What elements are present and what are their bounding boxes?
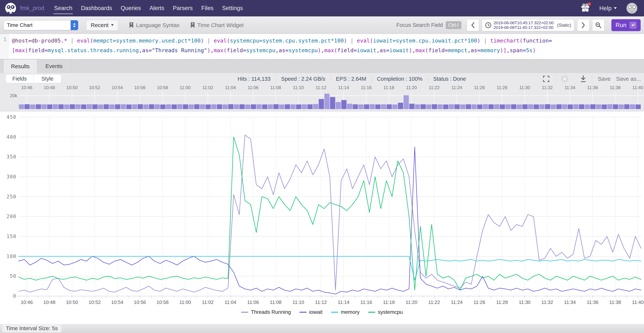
- hist-bar[interactable]: [279, 105, 284, 109]
- hist-bar[interactable]: [256, 104, 262, 109]
- hist-bar[interactable]: [342, 100, 346, 109]
- hist-bar[interactable]: [392, 104, 398, 109]
- hist-bar[interactable]: [545, 104, 550, 109]
- hist-bar[interactable]: [104, 104, 109, 109]
- hist-bar[interactable]: [87, 104, 92, 109]
- zoom-out-time-button[interactable]: [592, 19, 604, 31]
- hist-bar[interactable]: [387, 104, 392, 109]
- hist-bar[interactable]: [228, 104, 233, 109]
- hist-bar[interactable]: [596, 104, 601, 109]
- save-button[interactable]: Save: [598, 76, 610, 82]
- legend-item-systemcpu[interactable]: systemcpu: [368, 309, 403, 315]
- widget-type-select[interactable]: Time Chart: [3, 20, 78, 30]
- hist-bar[interactable]: [132, 104, 137, 109]
- timechart-svg[interactable]: 05010015020025030035040045010:4610:4810:…: [0, 112, 644, 324]
- hist-bar[interactable]: [313, 104, 318, 109]
- time-forward-button[interactable]: [577, 19, 590, 31]
- hist-bar[interactable]: [92, 104, 98, 109]
- hist-bar[interactable]: [551, 105, 556, 109]
- tab-results[interactable]: Results: [3, 59, 37, 73]
- hist-bar[interactable]: [81, 104, 86, 109]
- legend-item-memory[interactable]: memory: [331, 309, 360, 315]
- nav-item-queries[interactable]: Queries: [116, 0, 145, 17]
- hist-bar[interactable]: [472, 104, 477, 109]
- hist-bar[interactable]: [432, 104, 437, 109]
- time-chart-widget-link[interactable]: Time Chart Widget: [190, 22, 244, 28]
- hist-bar[interactable]: [319, 99, 324, 109]
- hist-bar[interactable]: [449, 104, 454, 109]
- fields-button[interactable]: Fields: [6, 74, 34, 83]
- hist-bar[interactable]: [76, 104, 81, 109]
- hist-bar[interactable]: [273, 104, 278, 109]
- user-avatar[interactable]: [626, 3, 637, 14]
- nav-item-dashboards[interactable]: Dashboards: [76, 0, 116, 17]
- hist-bar[interactable]: [160, 105, 166, 109]
- hist-bar[interactable]: [630, 104, 635, 109]
- hist-bar[interactable]: [296, 104, 301, 109]
- hist-bar[interactable]: [217, 104, 222, 109]
- query-text[interactable]: @host=db-prod05.* | eval(mempct=system.m…: [8, 34, 552, 59]
- legend-item-threads-running[interactable]: Threads Running: [241, 309, 291, 315]
- hist-bar[interactable]: [251, 104, 256, 109]
- nav-item-parsers[interactable]: Parsers: [168, 0, 197, 17]
- export-download-icon[interactable]: [580, 75, 586, 82]
- hist-bar[interactable]: [166, 104, 171, 109]
- hist-bar[interactable]: [568, 104, 573, 109]
- hist-bar[interactable]: [562, 104, 567, 109]
- hist-bar[interactable]: [590, 104, 596, 109]
- hist-bar[interactable]: [607, 104, 612, 109]
- hist-bar[interactable]: [302, 104, 307, 109]
- hist-bar[interactable]: [517, 105, 522, 109]
- time-back-button[interactable]: [467, 19, 479, 31]
- hist-bar[interactable]: [240, 104, 245, 109]
- hist-bar[interactable]: [528, 104, 533, 109]
- hist-bar[interactable]: [138, 104, 143, 109]
- hist-bar[interactable]: [41, 104, 46, 109]
- hist-bar[interactable]: [234, 104, 239, 109]
- hist-bar[interactable]: [483, 104, 488, 109]
- hist-bar[interactable]: [426, 104, 432, 109]
- hist-bar[interactable]: [262, 104, 268, 109]
- cancel-circle-icon[interactable]: [561, 75, 569, 83]
- hist-bar[interactable]: [211, 104, 216, 109]
- hist-bar[interactable]: [370, 104, 375, 109]
- hist-bar[interactable]: [420, 104, 426, 109]
- hist-bar[interactable]: [47, 104, 52, 109]
- hist-bar[interactable]: [64, 105, 69, 109]
- hist-bar[interactable]: [636, 104, 641, 109]
- hist-bar[interactable]: [500, 104, 505, 109]
- style-button[interactable]: Style: [34, 74, 62, 83]
- humio-owl-logo-icon[interactable]: [5, 3, 16, 14]
- hist-bar[interactable]: [36, 104, 41, 109]
- hist-bar[interactable]: [460, 104, 465, 109]
- timechart-plot[interactable]: 05010015020025030035040045010:4610:4810:…: [0, 112, 644, 325]
- hist-bar[interactable]: [398, 103, 403, 109]
- recent-queries-button[interactable]: Recent: [86, 20, 118, 31]
- hist-bar[interactable]: [188, 104, 194, 109]
- hist-bar[interactable]: [477, 105, 482, 109]
- hist-bar[interactable]: [143, 104, 148, 109]
- hist-bar[interactable]: [58, 104, 64, 109]
- hist-bar[interactable]: [172, 104, 177, 109]
- hist-bar[interactable]: [183, 104, 188, 109]
- language-syntax-link[interactable]: Language Syntax: [129, 22, 180, 28]
- hist-bar[interactable]: [574, 104, 578, 109]
- hist-bar[interactable]: [556, 104, 562, 109]
- hist-bar[interactable]: [375, 104, 380, 109]
- legend-item-iowait[interactable]: iowait: [300, 309, 322, 315]
- hist-bar[interactable]: [619, 104, 624, 109]
- hist-bar[interactable]: [358, 104, 364, 109]
- hist-bar[interactable]: [409, 104, 414, 109]
- hist-bar[interactable]: [200, 104, 205, 109]
- hist-bar[interactable]: [347, 104, 352, 109]
- hist-bar[interactable]: [70, 104, 75, 109]
- hist-bar[interactable]: [511, 104, 516, 109]
- hist-bar[interactable]: [364, 104, 369, 109]
- workspace-name[interactable]: fmk_prod: [20, 5, 44, 12]
- query-editor[interactable]: 1 @host=db-prod05.* | eval(mempct=system…: [0, 34, 644, 59]
- hist-bar[interactable]: [308, 104, 313, 109]
- hist-bar[interactable]: [443, 105, 448, 109]
- hist-bar[interactable]: [415, 104, 420, 109]
- hist-bar[interactable]: [494, 104, 500, 109]
- tab-events[interactable]: Events: [37, 59, 71, 73]
